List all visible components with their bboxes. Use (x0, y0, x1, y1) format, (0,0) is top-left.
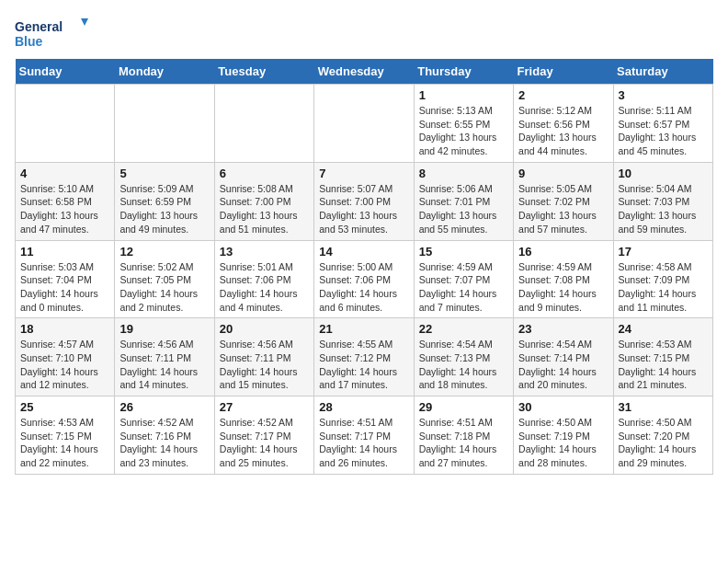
calendar-cell: 7Sunrise: 5:07 AM Sunset: 7:00 PM Daylig… (314, 162, 414, 240)
calendar-cell: 18Sunrise: 4:57 AM Sunset: 7:10 PM Dayli… (16, 318, 115, 396)
week-row-3: 11Sunrise: 5:03 AM Sunset: 7:04 PM Dayli… (16, 240, 713, 318)
day-info: Sunrise: 5:12 AM Sunset: 6:56 PM Dayligh… (518, 104, 608, 158)
week-row-5: 25Sunrise: 4:53 AM Sunset: 7:15 PM Dayli… (16, 396, 713, 475)
calendar-cell (314, 85, 414, 163)
day-info: Sunrise: 4:59 AM Sunset: 7:07 PM Dayligh… (419, 260, 508, 315)
calendar-cell: 26Sunrise: 4:52 AM Sunset: 7:16 PM Dayli… (115, 396, 214, 475)
day-number: 3 (619, 88, 708, 102)
calendar-cell: 24Sunrise: 4:53 AM Sunset: 7:15 PM Dayli… (613, 318, 712, 396)
header-wednesday: Wednesday (314, 59, 414, 85)
calendar-cell: 21Sunrise: 4:55 AM Sunset: 7:12 PM Dayli… (314, 318, 414, 396)
calendar-cell: 8Sunrise: 5:06 AM Sunset: 7:01 PM Daylig… (414, 162, 513, 240)
day-info: Sunrise: 4:54 AM Sunset: 7:13 PM Dayligh… (419, 338, 508, 392)
svg-marker-2 (81, 18, 88, 26)
day-info: Sunrise: 5:09 AM Sunset: 6:59 PM Dayligh… (119, 182, 209, 236)
day-number: 6 (220, 167, 309, 180)
page-header: General Blue (15, 15, 713, 52)
day-number: 19 (119, 322, 209, 336)
calendar-cell: 9Sunrise: 5:05 AM Sunset: 7:02 PM Daylig… (514, 162, 613, 240)
svg-text:General: General (15, 19, 63, 34)
calendar-cell (214, 85, 313, 163)
day-number: 20 (220, 322, 309, 336)
calendar-cell: 29Sunrise: 4:51 AM Sunset: 7:18 PM Dayli… (414, 396, 513, 475)
day-number: 28 (319, 400, 408, 414)
calendar-cell: 23Sunrise: 4:54 AM Sunset: 7:14 PM Dayli… (514, 318, 613, 396)
calendar-cell: 11Sunrise: 5:03 AM Sunset: 7:04 PM Dayli… (16, 240, 115, 318)
calendar-cell: 28Sunrise: 4:51 AM Sunset: 7:17 PM Dayli… (314, 396, 414, 475)
header-sunday: Sunday (16, 59, 115, 85)
day-number: 14 (319, 245, 408, 259)
day-number: 22 (419, 322, 508, 336)
calendar-cell: 20Sunrise: 4:56 AM Sunset: 7:11 PM Dayli… (214, 318, 313, 396)
day-number: 8 (419, 167, 508, 180)
calendar-cell: 3Sunrise: 5:11 AM Sunset: 6:57 PM Daylig… (613, 85, 712, 163)
day-info: Sunrise: 5:01 AM Sunset: 7:06 PM Dayligh… (220, 260, 309, 315)
day-info: Sunrise: 4:54 AM Sunset: 7:14 PM Dayligh… (518, 338, 608, 392)
calendar-cell (16, 85, 115, 163)
day-number: 5 (119, 167, 209, 180)
day-number: 7 (319, 167, 408, 180)
day-number: 21 (319, 322, 408, 336)
day-info: Sunrise: 4:53 AM Sunset: 7:15 PM Dayligh… (20, 416, 109, 470)
header-saturday: Saturday (613, 59, 712, 85)
logo: General Blue (15, 15, 88, 52)
day-info: Sunrise: 4:59 AM Sunset: 7:08 PM Dayligh… (518, 260, 608, 315)
calendar-cell: 17Sunrise: 4:58 AM Sunset: 7:09 PM Dayli… (613, 240, 712, 318)
day-info: Sunrise: 5:04 AM Sunset: 7:03 PM Dayligh… (619, 182, 708, 236)
day-number: 2 (518, 88, 608, 102)
day-info: Sunrise: 4:57 AM Sunset: 7:10 PM Dayligh… (20, 338, 109, 392)
day-info: Sunrise: 4:51 AM Sunset: 7:18 PM Dayligh… (419, 416, 508, 470)
calendar-cell: 5Sunrise: 5:09 AM Sunset: 6:59 PM Daylig… (115, 162, 214, 240)
day-info: Sunrise: 5:00 AM Sunset: 7:06 PM Dayligh… (319, 260, 408, 315)
day-info: Sunrise: 5:05 AM Sunset: 7:02 PM Dayligh… (518, 182, 608, 236)
day-info: Sunrise: 5:07 AM Sunset: 7:00 PM Dayligh… (319, 182, 408, 236)
day-number: 29 (419, 400, 508, 414)
day-number: 17 (619, 245, 708, 259)
calendar-cell: 15Sunrise: 4:59 AM Sunset: 7:07 PM Dayli… (414, 240, 513, 318)
day-number: 15 (419, 245, 508, 259)
svg-text:Blue: Blue (15, 34, 43, 49)
day-info: Sunrise: 5:10 AM Sunset: 6:58 PM Dayligh… (20, 182, 109, 236)
day-number: 25 (20, 400, 109, 414)
day-number: 31 (619, 400, 708, 414)
calendar-cell: 10Sunrise: 5:04 AM Sunset: 7:03 PM Dayli… (613, 162, 712, 240)
calendar-cell: 19Sunrise: 4:56 AM Sunset: 7:11 PM Dayli… (115, 318, 214, 396)
calendar-cell: 25Sunrise: 4:53 AM Sunset: 7:15 PM Dayli… (16, 396, 115, 475)
calendar-cell: 4Sunrise: 5:10 AM Sunset: 6:58 PM Daylig… (16, 162, 115, 240)
calendar-cell: 27Sunrise: 4:52 AM Sunset: 7:17 PM Dayli… (214, 396, 313, 475)
day-number: 24 (619, 322, 708, 336)
day-number: 11 (20, 245, 109, 259)
header-friday: Friday (514, 59, 613, 85)
header-thursday: Thursday (414, 59, 513, 85)
day-info: Sunrise: 5:11 AM Sunset: 6:57 PM Dayligh… (619, 104, 708, 158)
calendar-cell: 12Sunrise: 5:02 AM Sunset: 7:05 PM Dayli… (115, 240, 214, 318)
day-info: Sunrise: 5:08 AM Sunset: 7:00 PM Dayligh… (220, 182, 309, 236)
day-info: Sunrise: 4:56 AM Sunset: 7:11 PM Dayligh… (220, 338, 309, 392)
day-number: 10 (619, 167, 708, 180)
day-number: 16 (518, 245, 608, 259)
week-row-2: 4Sunrise: 5:10 AM Sunset: 6:58 PM Daylig… (16, 162, 713, 240)
day-number: 12 (119, 245, 209, 259)
day-info: Sunrise: 4:55 AM Sunset: 7:12 PM Dayligh… (319, 338, 408, 392)
day-number: 27 (220, 400, 309, 414)
logo-svg: General Blue (15, 15, 88, 52)
calendar-cell (115, 85, 214, 163)
day-info: Sunrise: 5:13 AM Sunset: 6:55 PM Dayligh… (419, 104, 508, 158)
day-info: Sunrise: 4:51 AM Sunset: 7:17 PM Dayligh… (319, 416, 408, 470)
day-info: Sunrise: 4:52 AM Sunset: 7:17 PM Dayligh… (220, 416, 309, 470)
calendar-cell: 6Sunrise: 5:08 AM Sunset: 7:00 PM Daylig… (214, 162, 313, 240)
day-info: Sunrise: 4:50 AM Sunset: 7:20 PM Dayligh… (619, 416, 708, 470)
week-row-4: 18Sunrise: 4:57 AM Sunset: 7:10 PM Dayli… (16, 318, 713, 396)
day-number: 4 (20, 167, 109, 180)
day-info: Sunrise: 4:58 AM Sunset: 7:09 PM Dayligh… (619, 260, 708, 315)
calendar-cell: 2Sunrise: 5:12 AM Sunset: 6:56 PM Daylig… (514, 85, 613, 163)
day-number: 1 (419, 88, 508, 102)
week-row-1: 1Sunrise: 5:13 AM Sunset: 6:55 PM Daylig… (16, 85, 713, 163)
day-info: Sunrise: 4:50 AM Sunset: 7:19 PM Dayligh… (518, 416, 608, 470)
day-number: 13 (220, 245, 309, 259)
day-number: 23 (518, 322, 608, 336)
day-info: Sunrise: 5:02 AM Sunset: 7:05 PM Dayligh… (119, 260, 209, 315)
day-info: Sunrise: 4:52 AM Sunset: 7:16 PM Dayligh… (119, 416, 209, 470)
calendar-cell: 14Sunrise: 5:00 AM Sunset: 7:06 PM Dayli… (314, 240, 414, 318)
day-info: Sunrise: 5:03 AM Sunset: 7:04 PM Dayligh… (20, 260, 109, 315)
